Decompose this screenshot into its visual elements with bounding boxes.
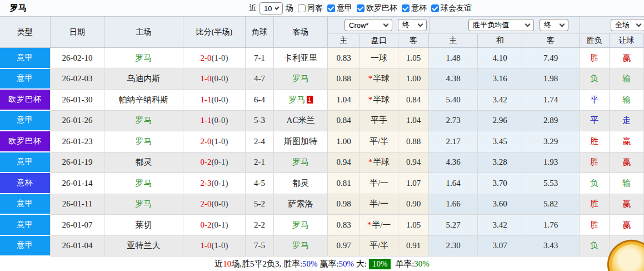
- summary-record: 场,胜5平2负3, 胜率:: [231, 259, 302, 269]
- fulltime-score: 2-0: [201, 53, 212, 63]
- score-cell: 1-0(1-0): [183, 236, 246, 257]
- ah-line: 平/半: [360, 131, 398, 152]
- recent-count-select[interactable]: 10: [259, 2, 283, 14]
- away-team-name: 卡利亚里: [284, 53, 317, 63]
- summary-win-rate: 50%: [302, 259, 318, 269]
- odds-average-value: 胜平负均值: [473, 20, 509, 30]
- corners-score: 5-3: [246, 111, 274, 132]
- eu-draw-odds: 3.60: [478, 194, 522, 215]
- halftime-score: (1-0): [212, 241, 228, 250]
- match-date: 26-01-26: [51, 111, 104, 132]
- fulltime-score: 1-0: [201, 241, 212, 250]
- league-filter-checkbox[interactable]: [327, 4, 335, 12]
- ah-line-text: 平/半: [370, 136, 388, 147]
- home-team: 乌迪内斯: [104, 69, 183, 90]
- odds-average-select[interactable]: 胜平负均值: [468, 19, 534, 31]
- ah-line: *半球: [360, 69, 398, 90]
- away-team: 卡利亚里: [274, 48, 328, 69]
- eu-draw-odds: 3.07: [478, 236, 522, 257]
- league-filter-checkbox[interactable]: [402, 4, 410, 12]
- ah-line: *半/一: [360, 215, 398, 236]
- ah-time-select[interactable]: 终: [398, 19, 427, 31]
- sub-col-eu-home: 主: [429, 33, 478, 47]
- ah-away-odds: 1.00: [398, 69, 429, 90]
- eu-home-odds: 2.30: [429, 236, 478, 257]
- score-cell: 1-1(0-0): [183, 90, 246, 111]
- score-cell: 2-0(0-0): [183, 194, 246, 215]
- eu-draw-odds: 3.42: [478, 215, 522, 236]
- eu-home-odds: 1.48: [429, 48, 478, 69]
- score-cell: 0-2(0-1): [183, 215, 246, 236]
- away-team-name: 罗马: [292, 157, 309, 167]
- ah-home-odds: 0.83: [328, 215, 360, 236]
- match-date: 26-01-23: [51, 131, 104, 152]
- ah-away-odds: 0.94: [398, 152, 429, 174]
- chevron-down-icon: [525, 22, 531, 27]
- home-team-name: 罗马: [136, 136, 152, 147]
- corners-score: 6-4: [246, 90, 274, 111]
- league-filters: 意甲欧罗巴杯意杯球会友谊: [323, 3, 472, 13]
- ah-home-odds: 0.88: [328, 69, 360, 90]
- league-filter-checkbox[interactable]: [357, 4, 365, 12]
- odds-controls-row: Crow* 终 胜平负均值 终 全场: [328, 17, 644, 33]
- table-row: 欧罗巴杯26-01-23罗马2-0(1-0)2-4斯图加特1.00平/半0.88…: [0, 131, 644, 152]
- eu-draw-odds: 3.16: [478, 69, 522, 90]
- ah-away-odds: 1.04: [398, 111, 429, 132]
- table-row: 欧罗巴杯26-01-30帕纳辛纳科斯1-1(0-0)6-4罗马11.04*半球0…: [0, 90, 644, 111]
- match-result: 胜: [580, 215, 610, 236]
- ah-line: 一球: [360, 48, 398, 69]
- match-date: 26-02-10: [51, 48, 104, 69]
- fulltime-score: 1-1: [201, 95, 212, 105]
- match-result: 负: [580, 69, 610, 90]
- home-team-name: 乌迪内斯: [127, 73, 161, 84]
- eu-away-odds: 2.89: [522, 111, 580, 132]
- ah-line-text: 一球: [371, 53, 387, 63]
- col-header-home: 主场: [104, 17, 183, 47]
- halftime-score: (0-0): [212, 116, 228, 125]
- table-header: 类型 日期 主场 比分(半场) 角球 客场 Crow* 终 胜平负均值 终: [0, 17, 644, 48]
- eu-draw-odds: 3.42: [478, 90, 522, 111]
- handicap-result: 输: [610, 90, 644, 111]
- ah-line: 平手: [360, 111, 398, 132]
- corners-score: 7-5: [246, 236, 274, 257]
- ah-home-odds: 1.04: [328, 90, 360, 111]
- ah-line-text: 半球: [373, 73, 390, 84]
- score-cell: 1-1(0-0): [183, 111, 246, 132]
- halftime-score: (0-0): [212, 74, 228, 83]
- bookmaker-select[interactable]: Crow*: [345, 19, 392, 31]
- sub-col-ah-home: 主: [328, 33, 360, 47]
- home-team: 罗马: [104, 194, 183, 215]
- ah-home-odds: 0.97: [328, 236, 360, 257]
- ah-line: 平/半: [360, 236, 398, 257]
- corners-score: 2-4: [246, 131, 274, 152]
- eu-away-odds: 1.76: [522, 215, 580, 236]
- fulltime-score: 2-0: [201, 137, 212, 146]
- score-cell: 1-0(0-0): [183, 69, 246, 90]
- league-cell: 意杯: [0, 173, 51, 194]
- col-header-type: 类型: [0, 17, 51, 47]
- league-cell: 意甲: [0, 152, 51, 174]
- ah-away-odds: 0.88: [398, 131, 429, 152]
- match-result: 胜: [580, 131, 610, 152]
- chevron-down-icon: [383, 22, 389, 27]
- ah-line: 半/一: [360, 173, 398, 194]
- match-date: 26-01-04: [51, 236, 104, 257]
- away-team-name: 罗马: [289, 95, 306, 105]
- score-cell: 2-3(0-1): [183, 173, 246, 194]
- league-filter-checkbox[interactable]: [431, 4, 439, 12]
- halftime-score: (0-1): [212, 220, 228, 230]
- fulltime-score: 0-2: [201, 157, 212, 167]
- same-opponent-checkbox[interactable]: [298, 4, 306, 12]
- match-date: 26-01-07: [51, 215, 104, 236]
- scope-value: 全场: [615, 20, 630, 30]
- eu-time-select[interactable]: 终: [540, 19, 568, 31]
- away-team-name: 罗马: [292, 240, 309, 251]
- home-team-name: 莱切: [136, 220, 152, 230]
- summary-big-rate: 10%: [369, 259, 391, 269]
- ah-away-odds: 0.91: [398, 236, 429, 257]
- league-badge: 意甲: [0, 69, 50, 89]
- scope-select[interactable]: 全场: [611, 19, 644, 31]
- handicap-result: 走: [610, 111, 644, 132]
- ah-line-text: 平/半: [370, 240, 388, 251]
- matches-label: 场: [286, 3, 293, 13]
